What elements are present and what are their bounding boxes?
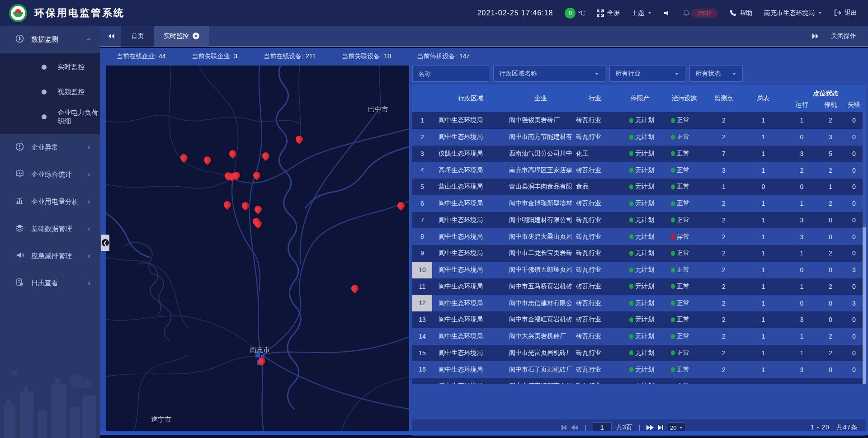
sidebar-item-4[interactable]: 企业用电量分析‹ bbox=[0, 188, 100, 215]
row-limit: 无计划 bbox=[618, 283, 663, 291]
row-region: 阆中生态环境局 bbox=[432, 332, 509, 340]
sidebar-item-7[interactable]: 日志查看‹ bbox=[0, 269, 100, 297]
name-filter[interactable] bbox=[412, 66, 489, 82]
row-limit: 无计划 bbox=[618, 382, 663, 384]
sidebar-item-5[interactable]: 基础数据管理‹ bbox=[0, 215, 100, 242]
stat-item-2: 当前失联企业:3 bbox=[192, 52, 237, 61]
sidebar-subitem-3[interactable]: 企业电力负荷明细 bbox=[0, 104, 100, 129]
row-company: 阆中市五马桥页岩机砖 bbox=[509, 283, 572, 291]
row-monitor-count: 2 bbox=[706, 217, 742, 224]
table-row[interactable]: 2 阆中生态环境局 阆中市南方节能建材有 砖瓦行业 无计划 正常 2 1 0 3… bbox=[412, 129, 866, 146]
table-row[interactable]: 9 阆中生态环境局 阆中市二龙长宝页岩砖 砖瓦行业 无计划 正常 2 1 1 2… bbox=[412, 245, 866, 262]
next-page-button[interactable] bbox=[646, 425, 654, 430]
logout-button[interactable]: 退出 bbox=[834, 9, 857, 17]
table-row[interactable]: 3 仪陇生态环境局 西南油气田分公司川中 化工 无计划 正常 7 1 3 5 0 bbox=[412, 146, 866, 162]
stat-label: 当前失联企业: bbox=[192, 52, 231, 60]
map-panel[interactable]: 巴中市南充市遂宁市 bbox=[106, 66, 409, 432]
table-row[interactable]: 15 阆中生态环境局 阆中市光富页岩机砖厂 砖瓦行业 无计划 正常 2 1 1 … bbox=[412, 345, 866, 362]
sidebar-subitem-1[interactable]: 实时监控 bbox=[0, 55, 100, 80]
status-filter-select[interactable]: 所有状态 ▼ bbox=[689, 66, 743, 82]
sidebar-item-1[interactable]: 数据监测‹ bbox=[0, 26, 100, 53]
col-company: 企业 bbox=[509, 85, 572, 112]
org-menu[interactable]: 南充市生态环境局 ▼ bbox=[764, 9, 822, 17]
table-row[interactable]: 1 阆中生态环境局 阆中强锐页岩砖厂 砖瓦行业 无计划 正常 2 1 1 2 0 bbox=[412, 112, 866, 129]
row-index: 4 bbox=[412, 162, 432, 179]
row-facility: 正常 bbox=[663, 299, 706, 307]
tabs-scroll-left-button[interactable] bbox=[108, 33, 115, 39]
table-row[interactable]: 5 营山生态环境局 营山县润丰肉食品有限 食品 无计划 正常 1 0 0 1 0 bbox=[412, 179, 866, 195]
tab-close-icon[interactable]: ✕ bbox=[193, 33, 199, 39]
table-row[interactable]: 17 阆中生态环境局 阆中市江南镇阆南页岩 砖瓦行业 无计划 正常 2 1 0 … bbox=[412, 378, 866, 384]
row-index: 5 bbox=[412, 179, 432, 195]
tab-2[interactable]: 实时监控✕ bbox=[154, 25, 209, 47]
notification-counter[interactable]: 2632 bbox=[683, 9, 718, 18]
sidebar-item-label: 应急减排管理 bbox=[31, 252, 72, 260]
row-facility: 正常 bbox=[663, 266, 706, 274]
status-dot-icon bbox=[629, 284, 633, 289]
prev-page-button[interactable] bbox=[571, 425, 578, 430]
table-row[interactable]: 4 高坪生态环境局 南充市高坪区王家店建 砖瓦行业 无计划 正常 3 1 2 2… bbox=[412, 162, 866, 179]
row-index: 10 bbox=[412, 262, 432, 278]
industry-filter-select[interactable]: 所有行业 ▼ bbox=[609, 66, 685, 82]
row-company: 阆中市二龙长宝页岩砖 bbox=[509, 249, 572, 257]
status-dot-icon bbox=[629, 301, 633, 306]
scrollbar-thumb[interactable] bbox=[863, 227, 866, 384]
fullscreen-button[interactable]: 全屏 bbox=[597, 9, 620, 17]
row-stop-count: 0 bbox=[819, 266, 842, 273]
row-monitor-count: 2 bbox=[706, 266, 742, 273]
theme-menu[interactable]: 主题 ▼ bbox=[632, 9, 652, 17]
status-dot-icon bbox=[629, 168, 633, 173]
table-row[interactable]: 13 阆中生态环境局 阆中市金福旺页岩机砖 砖瓦行业 无计划 正常 2 1 3 … bbox=[412, 311, 866, 328]
row-region: 阆中生态环境局 bbox=[432, 133, 509, 141]
region-filter-select[interactable]: 行政区域名称 ▼ bbox=[493, 66, 605, 82]
table-row[interactable]: 11 阆中生态环境局 阆中市五马桥页岩机砖 砖瓦行业 无计划 正常 2 1 1 … bbox=[412, 278, 866, 295]
table-row[interactable]: 14 阆中生态环境局 阆中大兴页岩机砖厂 砖瓦行业 无计划 正常 2 1 1 2… bbox=[412, 328, 866, 345]
logout-icon bbox=[834, 9, 841, 16]
row-meter-count: 1 bbox=[742, 382, 785, 384]
status-dot-icon bbox=[671, 135, 675, 140]
page-size-value: 20 bbox=[670, 424, 676, 431]
table-scrollbar[interactable] bbox=[863, 112, 866, 384]
name-filter-input[interactable] bbox=[418, 70, 483, 77]
sidebar-item-6[interactable]: 应急减排管理‹ bbox=[0, 242, 100, 269]
row-limit: 无计划 bbox=[618, 233, 663, 241]
help-button[interactable]: 帮助 bbox=[730, 9, 752, 17]
table-row[interactable]: 16 阆中生态环境局 阆中市石子页岩机砖厂 砖瓦行业 无计划 正常 2 1 3 … bbox=[412, 361, 866, 378]
row-index: 2 bbox=[412, 129, 432, 146]
row-limit: 无计划 bbox=[618, 133, 663, 141]
row-meter-count: 1 bbox=[742, 366, 785, 373]
row-facility: 正常 bbox=[663, 366, 706, 374]
row-stop-count: 2 bbox=[819, 167, 842, 174]
sidebar-item-3[interactable]: 企业综合统计‹ bbox=[0, 161, 100, 188]
row-company: 西南油气田分公司川中 bbox=[509, 150, 572, 158]
table-row[interactable]: 12 阆中生态环境局 阆中市忠信建材有限公 砖瓦行业 无计划 正常 2 1 0 … bbox=[412, 295, 866, 311]
table-row[interactable]: 6 阆中生态环境局 阆中市金博瑞新型墙材 砖瓦行业 无计划 正常 2 1 1 2… bbox=[412, 195, 866, 212]
row-facility: 正常 bbox=[663, 382, 706, 384]
sidebar-submenu: 实时监控视频监控企业电力负荷明细 bbox=[0, 53, 100, 134]
chevron-collapsed-icon: ‹ bbox=[88, 197, 90, 206]
row-run-count: 0 bbox=[785, 183, 819, 190]
speaker-muted-icon[interactable] bbox=[664, 9, 671, 17]
close-operations-button[interactable]: 关闭操作 bbox=[831, 32, 856, 40]
row-meter-count: 1 bbox=[742, 316, 785, 323]
row-company: 阆中市光富页岩机砖厂 bbox=[509, 349, 572, 357]
point-status-group-label: 点位状态 bbox=[785, 85, 866, 98]
table-row[interactable]: 10 阆中生态环境局 阆中千佛镇五郎垭页岩 砖瓦行业 无计划 正常 2 1 0 … bbox=[412, 262, 866, 278]
table-row[interactable]: 7 阆中生态环境局 阆中明阳建材有限公司 砖瓦行业 无计划 正常 2 1 3 0… bbox=[412, 212, 866, 229]
sidebar-item-label: 基础数据管理 bbox=[31, 225, 72, 233]
last-page-button[interactable] bbox=[658, 425, 663, 430]
map-collapse-handle[interactable]: ❮ bbox=[101, 235, 109, 251]
row-monitor-count: 2 bbox=[706, 382, 742, 384]
table-row[interactable]: 8 阆中生态环境局 阆中市枣碧大梁山页岩 砖瓦行业 无计划 异常 2 1 3 0… bbox=[412, 228, 866, 245]
sidebar-item-2[interactable]: 企业异常‹ bbox=[0, 134, 100, 161]
row-region: 阆中生态环境局 bbox=[432, 283, 509, 291]
row-limit: 无计划 bbox=[618, 166, 663, 174]
row-index: 13 bbox=[412, 311, 432, 328]
sidebar-subitem-2[interactable]: 视频监控 bbox=[0, 80, 100, 104]
row-index: 9 bbox=[412, 245, 432, 262]
tab-1[interactable]: 首页 bbox=[121, 25, 154, 47]
row-facility: 正常 bbox=[663, 133, 706, 141]
tabs-scroll-right-button[interactable] bbox=[812, 33, 819, 39]
chevron-down-icon: ▼ bbox=[674, 71, 679, 76]
first-page-button[interactable] bbox=[561, 425, 566, 430]
